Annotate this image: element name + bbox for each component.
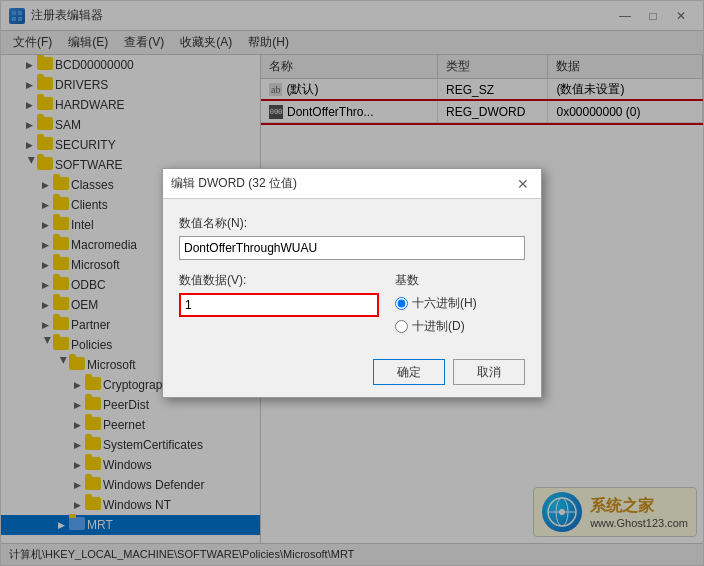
radio-hex[interactable]: 十六进制(H) xyxy=(395,295,525,312)
modal-data-row: 数值数据(V): 基数 十六进制(H) 十进制(D) xyxy=(179,272,525,335)
data-input[interactable] xyxy=(179,293,379,317)
value-section: 数值数据(V): xyxy=(179,272,379,335)
modal-footer: 确定 取消 xyxy=(163,351,541,397)
modal-title: 编辑 DWORD (32 位值) xyxy=(171,175,297,192)
radio-dec-input[interactable] xyxy=(395,320,408,333)
name-input[interactable] xyxy=(179,236,525,260)
radio-hex-input[interactable] xyxy=(395,297,408,310)
name-field-label: 数值名称(N): xyxy=(179,215,525,232)
ok-button[interactable]: 确定 xyxy=(373,359,445,385)
radio-group: 十六进制(H) 十进制(D) xyxy=(395,295,525,335)
base-section: 基数 十六进制(H) 十进制(D) xyxy=(395,272,525,335)
base-label: 基数 xyxy=(395,272,525,289)
modal-title-bar: 编辑 DWORD (32 位值) ✕ xyxy=(163,169,541,199)
modal-overlay: 编辑 DWORD (32 位值) ✕ 数值名称(N): 数值数据(V): 基数 xyxy=(1,1,703,565)
data-field-label: 数值数据(V): xyxy=(179,272,379,289)
edit-dword-dialog: 编辑 DWORD (32 位值) ✕ 数值名称(N): 数值数据(V): 基数 xyxy=(162,168,542,398)
modal-close-button[interactable]: ✕ xyxy=(513,174,533,194)
cancel-button[interactable]: 取消 xyxy=(453,359,525,385)
radio-dec[interactable]: 十进制(D) xyxy=(395,318,525,335)
modal-body: 数值名称(N): 数值数据(V): 基数 十六进制(H) xyxy=(163,199,541,351)
